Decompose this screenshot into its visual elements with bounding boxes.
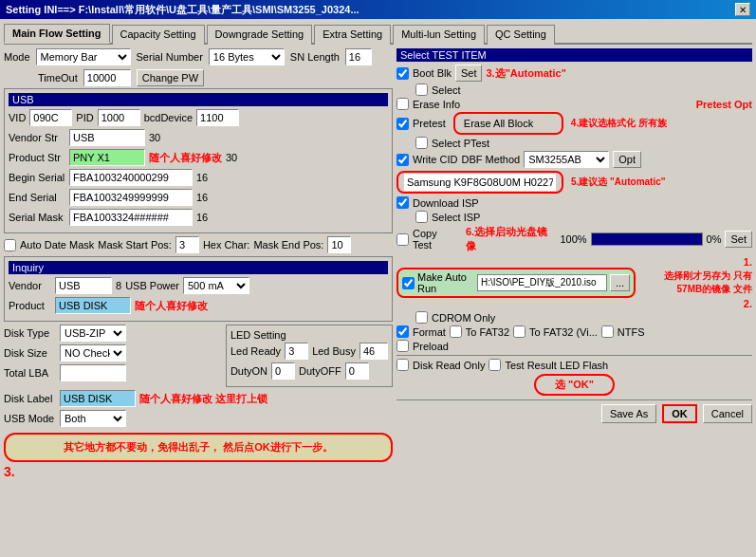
make-autorun-oval: Make Auto Run ... <box>396 268 636 298</box>
auto-date-mask-checkbox[interactable] <box>4 239 16 251</box>
disk-size-label: Disk Size <box>4 347 56 359</box>
copy-pct1: 100% <box>560 233 586 245</box>
pretest-opt-label: Pretest Opt <box>696 99 752 110</box>
tab-downgrade[interactable]: Downgrade Setting <box>207 25 313 45</box>
tab-main-flow[interactable]: Main Flow Setting <box>4 24 110 44</box>
right-annotations: 1. 选择刚才另存为 只有57MB的镜像 文件 2. <box>639 256 752 309</box>
download-isp-row: Download ISP <box>396 196 752 209</box>
erase-info-row: Erase Info Pretest Opt <box>396 98 752 110</box>
change-pw-button[interactable]: Change PW <box>137 69 204 86</box>
close-button[interactable]: ✕ <box>735 3 750 16</box>
disk-type-label: Disk Type <box>4 327 56 339</box>
fat32-checkbox[interactable] <box>450 325 462 338</box>
opt-button[interactable]: Opt <box>613 151 641 168</box>
copy-progress-fill <box>592 233 702 245</box>
erase-info-label: Erase Info <box>413 99 460 110</box>
vid-input[interactable] <box>29 109 72 126</box>
serial-mask-len: 16 <box>196 212 208 223</box>
pretest-checkbox[interactable] <box>396 118 409 130</box>
mask-end-input[interactable] <box>327 236 351 253</box>
timeout-input[interactable] <box>83 69 131 86</box>
usb-power-select[interactable]: 500 mA <box>183 277 249 294</box>
ntfs-checkbox[interactable] <box>601 325 614 338</box>
led-ready-input[interactable] <box>285 343 308 360</box>
end-serial-input[interactable] <box>69 189 193 206</box>
browse-button[interactable]: ... <box>610 274 630 291</box>
product-str-annotation: 随个人喜好修改 <box>149 151 222 165</box>
format-checkbox[interactable] <box>396 325 409 338</box>
tab-extra[interactable]: Extra Setting <box>314 25 391 45</box>
tab-multilun[interactable]: Multi-lun Setting <box>393 25 485 45</box>
disk-label-input[interactable] <box>60 390 136 407</box>
make-autorun-checkbox[interactable] <box>402 277 415 289</box>
serial-number-select[interactable]: 16 Bytes <box>209 48 285 65</box>
led-busy-input[interactable] <box>360 343 388 360</box>
usb-mode-select[interactable]: Both <box>60 410 126 427</box>
set-button[interactable]: Set <box>455 65 483 82</box>
mask-end-label: Mask End Pos: <box>253 239 323 251</box>
step-num2: 2. <box>744 298 752 309</box>
download-isp-checkbox[interactable] <box>396 196 409 209</box>
preload-checkbox[interactable] <box>396 340 409 352</box>
copy-test-row: Copy Test 6.选择启动光盘镜像 100% 0% Set <box>396 225 752 253</box>
tab-qc[interactable]: QC Setting <box>487 25 555 45</box>
pid-input[interactable] <box>98 109 140 126</box>
select-ptest-row: Select PTest <box>415 137 752 149</box>
tab-capacity[interactable]: Capacity Setting <box>112 25 205 45</box>
duty-on-input[interactable] <box>271 362 295 380</box>
begin-serial-input[interactable] <box>69 169 193 186</box>
save-as-button[interactable]: Save As <box>601 404 656 423</box>
total-lba-input[interactable] <box>60 364 126 381</box>
disk-label-annotation: 随个人喜好修改 这里打上锁 <box>139 392 267 406</box>
copy-test-checkbox[interactable] <box>396 233 409 246</box>
led-ready-row: Led Ready Led Busy <box>230 343 388 360</box>
tabs-bar: Main Flow Setting Capacity Setting Downg… <box>4 23 752 45</box>
bcd-device-input[interactable] <box>196 109 239 126</box>
cancel-button[interactable]: Cancel <box>703 404 752 423</box>
fat32v-checkbox[interactable] <box>513 325 526 338</box>
vendor-input[interactable] <box>55 277 112 294</box>
write-cid-checkbox[interactable] <box>396 154 409 166</box>
vendor-str-input[interactable] <box>69 129 145 146</box>
mask-start-input[interactable] <box>175 236 199 253</box>
select-checkbox[interactable] <box>415 84 428 96</box>
serial-mask-input[interactable] <box>69 209 193 226</box>
cdrom-only-checkbox[interactable] <box>415 311 428 324</box>
disk-label-label: Disk Label <box>4 393 56 404</box>
erase-all-block-input[interactable] <box>461 115 556 132</box>
select-isp-label: Select ISP <box>432 212 480 223</box>
set-button2[interactable]: Set <box>725 231 752 248</box>
duty-on-label: DutyON <box>230 365 267 377</box>
vendor-str-row: Vendor Str 30 <box>9 129 388 146</box>
mode-select[interactable]: Memory Bar <box>36 48 131 65</box>
make-autorun-path-input[interactable] <box>477 274 607 291</box>
vendor-row: Vendor 8 USB Power 500 mA <box>9 277 388 294</box>
sn-length-input[interactable] <box>345 48 372 65</box>
boot-blk-label: Boot Blk <box>413 67 452 79</box>
boot-blk-row: Boot Blk Set 3.选"Automatic" <box>396 65 752 82</box>
download-isp-label: Download ISP <box>413 197 479 209</box>
erase-info-checkbox[interactable] <box>396 98 409 110</box>
usb-section-header: USB <box>9 93 388 106</box>
copy-pct2: 0% <box>707 233 722 245</box>
mode-label: Mode <box>4 51 30 63</box>
dbf-method-label: DBF Method <box>461 154 520 165</box>
ok-button[interactable]: OK <box>662 404 697 423</box>
mask-start-label: Mask Start Pos: <box>98 239 172 251</box>
dbf-method-select[interactable]: SM3255AB <box>524 151 609 168</box>
disk-size-select[interactable]: NO Check <box>60 344 126 362</box>
boot-blk-checkbox[interactable] <box>396 67 409 80</box>
disk-type-select[interactable]: USB-ZIP <box>60 325 126 342</box>
product-str-row: Product Str 随个人喜好修改 30 <box>9 149 388 166</box>
total-lba-row: Total LBA <box>4 364 220 381</box>
product-input[interactable] <box>55 297 131 314</box>
duty-off-input[interactable] <box>345 362 369 380</box>
main-content: Mode Memory Bar Serial Number 16 Bytes S… <box>4 48 752 532</box>
product-str-input[interactable] <box>69 149 145 166</box>
select-isp-checkbox[interactable] <box>415 211 428 223</box>
select-ptest-checkbox[interactable] <box>415 137 428 149</box>
test-result-checkbox[interactable] <box>489 359 501 371</box>
fat32-label: To FAT32 <box>466 326 509 338</box>
disk-read-only-checkbox[interactable] <box>396 359 409 371</box>
samsung-input[interactable] <box>404 174 556 191</box>
